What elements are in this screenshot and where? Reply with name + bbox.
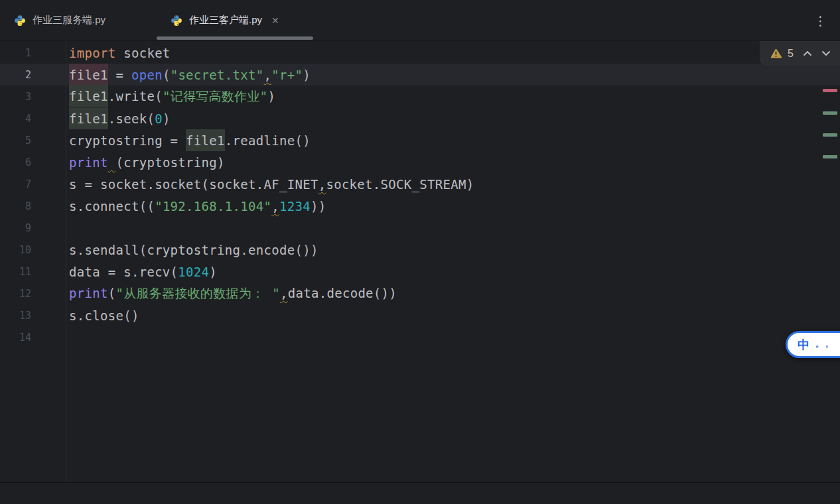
line-number[interactable]: 3 — [0, 91, 31, 103]
warning-count: 5 — [788, 48, 794, 60]
code-token: import — [69, 46, 115, 60]
tab-close-icon[interactable]: ✕ — [271, 16, 279, 25]
code-line[interactable]: 8s.connect(("192.168.1.104",1234)) — [0, 195, 840, 217]
line-number[interactable]: 1 — [0, 47, 31, 59]
line-number[interactable]: 8 — [0, 200, 31, 212]
editor-tab-bar: 作业三服务端.py 作业三客户端.py ✕ ⋮ — [0, 0, 840, 41]
code-line[interactable]: 7s = socket.socket(socket.AF_INET,socket… — [0, 173, 840, 195]
code-token: s.sendall(cryptostring.encode()) — [69, 243, 318, 257]
line-number[interactable]: 5 — [0, 135, 31, 147]
line-number[interactable]: 12 — [0, 288, 31, 300]
code-token: s = socket.socket(socket.AF_INET — [69, 177, 318, 192]
status-bar — [0, 482, 840, 504]
identifier-occurrence: file1 — [186, 129, 225, 151]
code-token: )) — [311, 199, 326, 214]
code-line[interactable]: 12print("从服务器接收的数据为： ",data.decode()) — [0, 283, 840, 304]
code-token: .readline() — [225, 133, 311, 148]
line-number[interactable]: 14 — [0, 332, 31, 344]
identifier-occurrence: file1 — [69, 85, 108, 107]
tab-options-menu-icon[interactable]: ⋮ — [814, 0, 827, 41]
tab-client-file[interactable]: 作业三客户端.py ✕ — [157, 0, 313, 40]
code-token: , — [280, 286, 288, 300]
code-line[interactable]: 14 — [0, 326, 840, 348]
line-number[interactable]: 4 — [0, 113, 31, 125]
code-token: "192.168.1.104" — [155, 199, 271, 214]
code-text: print("从服务器接收的数据为： ",data.decode()) — [31, 285, 840, 302]
identifier-occurrence: file1 — [69, 64, 108, 86]
previous-problem-button[interactable] — [803, 50, 812, 56]
code-rows: 1import socket2file1 = open("secret.txt"… — [0, 41, 840, 348]
code-text: file1 = open("secret.txt","r+") — [31, 68, 840, 82]
code-line[interactable]: 1import socket — [0, 42, 840, 64]
code-token: .seek( — [108, 111, 155, 126]
python-file-icon — [171, 15, 182, 27]
code-line[interactable]: 10s.sendall(cryptostring.encode()) — [0, 239, 840, 261]
code-token: s.close() — [69, 308, 139, 323]
code-line[interactable]: 6print (cryptostring) — [0, 151, 840, 173]
code-text: cryptostring = file1.readline() — [31, 133, 840, 148]
code-text: s.connect(("192.168.1.104",1234)) — [31, 199, 840, 214]
code-token: (cryptostring) — [115, 155, 224, 170]
code-line[interactable]: 13s.close() — [0, 304, 840, 326]
code-token: ) — [267, 89, 275, 103]
code-text: s = socket.socket(socket.AF_INET,socket.… — [31, 177, 840, 192]
identifier-occurrence: file1 — [69, 107, 108, 129]
code-token: ( — [163, 68, 171, 82]
code-text: import socket — [31, 46, 840, 60]
code-line[interactable]: 5cryptostring = file1.readline() — [0, 129, 840, 151]
code-text: file1.seek(0) — [31, 111, 840, 126]
code-text: data = s.recv(1024) — [31, 265, 840, 279]
code-line[interactable]: 11data = s.recv(1024) — [0, 261, 840, 283]
error-stripe-mark[interactable] — [823, 155, 837, 158]
ime-status-pill[interactable]: 中 。， — [786, 331, 840, 358]
code-token: ) — [303, 68, 311, 82]
ime-language-indicator: 中 — [798, 337, 809, 353]
warning-icon — [770, 48, 782, 58]
code-line[interactable]: 3file1.write("记得写高数作业") — [0, 86, 840, 107]
line-number[interactable]: 13 — [0, 310, 31, 322]
code-token: 1024 — [178, 265, 209, 279]
code-token: socket.SOCK_STREAM) — [326, 177, 474, 192]
code-token: s.connect(( — [69, 199, 155, 214]
line-number[interactable]: 10 — [0, 244, 31, 256]
line-number[interactable]: 9 — [0, 222, 31, 234]
line-number[interactable]: 2 — [0, 69, 31, 81]
code-token: ) — [163, 111, 171, 126]
inspections-widget[interactable]: 5 — [760, 41, 840, 66]
tab-server-file[interactable]: 作业三服务端.py — [0, 0, 157, 40]
code-line[interactable]: 9 — [0, 217, 840, 239]
code-token: print — [69, 286, 108, 300]
active-tab-indicator — [157, 36, 313, 40]
code-token: open — [131, 68, 163, 82]
code-token: , — [318, 177, 326, 192]
code-token: data = s.recv( — [69, 265, 178, 279]
code-token: "记得写高数作业" — [163, 89, 268, 103]
code-line[interactable]: 4file1.seek(0) — [0, 107, 840, 129]
tab-label: 作业三客户端.py — [189, 14, 262, 27]
code-token: print — [69, 155, 108, 170]
code-token: data.decode()) — [288, 286, 397, 300]
code-token: ) — [209, 265, 217, 279]
code-token: cryptostring = — [69, 133, 186, 148]
python-file-icon — [14, 15, 26, 27]
line-number[interactable]: 6 — [0, 157, 31, 168]
line-number[interactable]: 7 — [0, 178, 31, 190]
code-text: file1.write("记得写高数作业") — [31, 88, 840, 105]
tab-label: 作业三服务端.py — [33, 14, 105, 27]
code-editor[interactable]: 1import socket2file1 = open("secret.txt"… — [0, 41, 840, 482]
code-token: = — [108, 68, 131, 82]
code-token: 1234 — [279, 199, 311, 214]
error-stripe-mark[interactable] — [823, 111, 837, 115]
ime-punctuation-indicator: 。， — [815, 339, 830, 350]
code-token — [108, 155, 116, 170]
next-problem-button[interactable] — [821, 50, 831, 56]
code-token: 0 — [155, 111, 163, 126]
code-token: "secret.txt" — [171, 68, 264, 82]
error-stripe-mark[interactable] — [823, 133, 837, 137]
code-line[interactable]: 2file1 = open("secret.txt","r+") — [0, 64, 840, 86]
code-token: ( — [108, 286, 116, 300]
error-stripe-mark[interactable] — [823, 89, 837, 92]
code-token: .write( — [108, 89, 163, 103]
line-number[interactable]: 11 — [0, 266, 31, 278]
code-token: "从服务器接收的数据为： " — [115, 286, 280, 300]
